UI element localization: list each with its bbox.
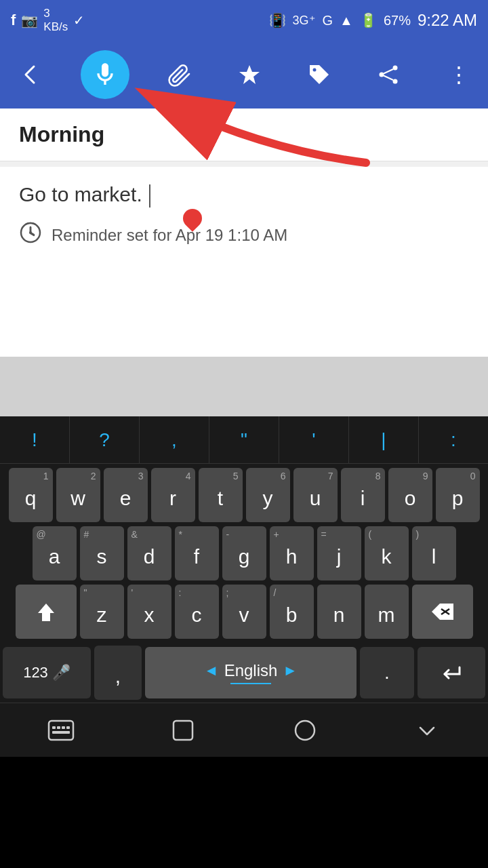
key-row-2: @a #s &d *f -g +h =j (k )l <box>3 526 485 580</box>
down-nav-icon[interactable] <box>400 710 454 751</box>
key-r[interactable]: 4r <box>151 468 195 522</box>
svg-rect-21 <box>52 731 70 734</box>
spacebar-right-arrow: ► <box>283 662 298 679</box>
note-body[interactable]: Go to market. Reminder set for Apr 19 1:… <box>0 167 488 357</box>
spacebar-left-arrow: ◄ <box>204 662 219 679</box>
square-nav-icon[interactable] <box>156 710 210 751</box>
sym-colon[interactable]: : <box>419 416 488 464</box>
spacebar-lang-label: ◄ English ► <box>204 661 298 680</box>
key-i[interactable]: 8i <box>341 468 385 522</box>
battery-icon: 🔋 <box>360 12 377 28</box>
key-w[interactable]: 2w <box>56 468 100 522</box>
key-k[interactable]: (k <box>365 526 409 580</box>
key-x[interactable]: 'x <box>127 585 171 639</box>
key-z[interactable]: "z <box>80 585 124 639</box>
share-button[interactable] <box>369 56 407 94</box>
keyboard-nav-icon[interactable] <box>34 710 88 751</box>
svg-line-5 <box>384 69 393 74</box>
sym-pipe[interactable]: | <box>349 416 419 464</box>
attach-button[interactable] <box>161 56 199 94</box>
key-g[interactable]: -g <box>222 526 266 580</box>
sym-comma[interactable]: , <box>140 416 209 464</box>
status-bar-left: f 📷 3KB/s ✓ <box>11 7 85 34</box>
key-p[interactable]: 0p <box>436 468 480 522</box>
shift-key[interactable] <box>16 585 77 639</box>
key-s[interactable]: #s <box>80 526 124 580</box>
tag-button[interactable] <box>300 56 338 94</box>
sym-quote-single[interactable]: ' <box>279 416 349 464</box>
more-button[interactable]: ⋮ <box>439 56 477 94</box>
vibrate-icon: 📳 <box>269 12 286 28</box>
reminder-icon <box>19 221 42 249</box>
key-d[interactable]: &d <box>127 526 171 580</box>
battery-percent: 67% <box>384 13 411 28</box>
svg-marker-0 <box>239 65 260 84</box>
sym-quote-double[interactable]: " <box>209 416 279 464</box>
spacebar[interactable]: ◄ English ► <box>145 647 357 698</box>
keyboard: ! ? , " ' | : 1q 2w 3e 4r 5t 6y 7u 8i 9o… <box>0 416 488 703</box>
svg-rect-19 <box>62 726 65 729</box>
backspace-key[interactable] <box>412 585 473 639</box>
note-text: Go to market. <box>19 183 469 208</box>
reminder-text: Reminder set for Apr 19 1:10 AM <box>52 226 287 245</box>
gray-gap <box>0 357 488 416</box>
key-m[interactable]: m <box>365 585 409 639</box>
teardrop-cursor <box>183 202 203 232</box>
key-q[interactable]: 1q <box>9 468 53 522</box>
svg-line-6 <box>384 76 393 81</box>
sym-exclaim[interactable]: ! <box>0 416 70 464</box>
status-time: 9:22 AM <box>418 11 477 30</box>
key-row-1: 1q 2w 3e 4r 5t 6y 7u 8i 9o 0p <box>3 468 485 522</box>
period-key[interactable]: . <box>360 647 414 698</box>
star-button[interactable] <box>230 56 268 94</box>
fb-icon: f <box>11 12 16 29</box>
check-icon: ✓ <box>73 12 85 28</box>
key-e[interactable]: 3e <box>104 468 148 522</box>
key-y[interactable]: 6y <box>246 468 290 522</box>
svg-rect-17 <box>52 726 56 729</box>
key-n[interactable]: n <box>317 585 361 639</box>
symbols-row: ! ? , " ' | : <box>0 416 488 464</box>
toolbar: ⋮ <box>0 41 488 108</box>
camera-icon: 📷 <box>21 12 38 28</box>
spacebar-underline <box>230 683 271 684</box>
key-h[interactable]: +h <box>270 526 314 580</box>
signal-icon: 3G⁺ <box>293 13 316 28</box>
language-label: English <box>224 661 278 680</box>
note-title[interactable]: Morning <box>0 108 488 161</box>
svg-point-4 <box>393 79 398 84</box>
svg-point-3 <box>380 73 384 77</box>
back-button[interactable] <box>11 56 49 94</box>
svg-rect-13 <box>42 618 50 621</box>
status-bar-right: 📳 3G⁺ G ▲ 🔋 67% 9:22 AM <box>269 11 477 30</box>
key-o[interactable]: 9o <box>388 468 432 522</box>
key-f[interactable]: *f <box>175 526 219 580</box>
svg-marker-12 <box>38 604 54 620</box>
enter-key[interactable] <box>418 647 485 698</box>
key-j[interactable]: =j <box>317 526 361 580</box>
numbers-key[interactable]: 123 🎤 <box>3 647 91 698</box>
text-cursor <box>149 184 150 208</box>
svg-rect-18 <box>57 726 60 729</box>
mic-icon: 🎤 <box>52 664 70 682</box>
key-t[interactable]: 5t <box>199 468 243 522</box>
key-c[interactable]: :c <box>175 585 219 639</box>
data-speed: 3KB/s <box>43 7 68 34</box>
svg-point-1 <box>312 68 316 72</box>
comma-key[interactable]: , <box>94 646 142 700</box>
key-a[interactable]: @a <box>33 526 77 580</box>
mic-button[interactable] <box>81 50 129 99</box>
svg-point-23 <box>296 721 314 740</box>
key-l[interactable]: )l <box>412 526 456 580</box>
sym-question[interactable]: ? <box>70 416 140 464</box>
key-v[interactable]: ;v <box>222 585 266 639</box>
svg-rect-16 <box>49 721 73 740</box>
svg-point-2 <box>393 66 398 71</box>
key-b[interactable]: /b <box>270 585 314 639</box>
home-nav-icon[interactable] <box>278 710 332 751</box>
keyboard-bottom-row: 123 🎤 , ◄ English ► . <box>0 647 488 703</box>
reminder-row[interactable]: Reminder set for Apr 19 1:10 AM <box>19 221 469 249</box>
nav-bar <box>0 703 488 757</box>
key-u[interactable]: 7u <box>293 468 338 522</box>
svg-rect-22 <box>174 721 192 740</box>
